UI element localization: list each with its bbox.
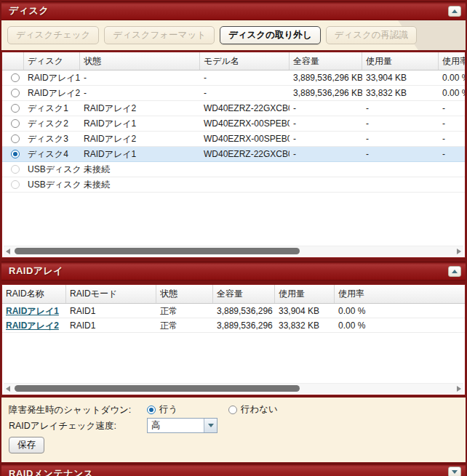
save-button[interactable]: 保存 bbox=[9, 437, 44, 453]
scroll-right-arrow-icon[interactable] bbox=[457, 386, 461, 392]
cell-used bbox=[362, 177, 439, 192]
table-row-disk1[interactable]: ディスク1 RAIDアレイ2 WD40EZRZ-22GXCB0 - - - bbox=[2, 101, 465, 116]
cell-total: 3,889,536,296 KB bbox=[290, 70, 362, 85]
table-row-disk2[interactable]: ディスク2 RAIDアレイ1 WD40EZRX-00SPEB0 - - - bbox=[2, 116, 465, 132]
scroll-left-arrow-icon[interactable] bbox=[6, 249, 10, 254]
disk-check-button: ディスクチェック bbox=[7, 26, 99, 44]
raid-section-title: RAIDアレイ bbox=[9, 265, 63, 278]
disk-section-header: ディスク bbox=[1, 1, 466, 20]
radio-unchecked[interactable] bbox=[228, 406, 237, 414]
maintenance-expand-button[interactable] bbox=[448, 467, 461, 476]
cell-status: - bbox=[80, 86, 200, 100]
raid-maintenance-title: RAIDメンテナンス bbox=[9, 467, 94, 476]
cell-used bbox=[362, 162, 439, 177]
disk-management-page: ディスク ディスクチェック ディスクフォーマット ディスクの取り外し ディスクの… bbox=[0, 0, 467, 476]
shutdown-option-no[interactable]: 行わない bbox=[228, 403, 278, 416]
cell-total bbox=[290, 162, 362, 177]
horizontal-scrollbar[interactable] bbox=[4, 246, 463, 256]
cell-model bbox=[200, 177, 290, 192]
column-header-raid-total: 全容量 bbox=[213, 285, 275, 303]
table-row-raid-array1[interactable]: RAIDアレイ1 - - 3,889,536,296 KB 33,904 KB … bbox=[2, 70, 465, 86]
disk-remove-button[interactable]: ディスクの取り外し bbox=[220, 26, 321, 44]
radio-column-header bbox=[2, 52, 24, 70]
cell-total: - bbox=[290, 101, 362, 116]
radio-checked[interactable] bbox=[147, 406, 156, 414]
row-radio-disabled bbox=[11, 165, 20, 174]
scrollbar-thumb[interactable] bbox=[15, 248, 300, 254]
option-label: 行わない bbox=[241, 403, 278, 416]
scroll-left-arrow-icon[interactable] bbox=[6, 386, 10, 392]
disk-toolbar: ディスクチェック ディスクフォーマット ディスクの取り外し ディスクの再認識 bbox=[1, 20, 466, 50]
column-header-usage: 使用率 bbox=[439, 52, 465, 70]
cell-raid-total: 3,889,536,296 KB bbox=[213, 304, 275, 318]
table-row-disk4-selected[interactable]: ディスク4 RAIDアレイ1 WD40EZRZ-22GXCB0 - - - bbox=[2, 147, 465, 162]
disk-table-panel: ディスク 状態 モデル名 全容量 使用量 使用率 RAIDアレイ1 - - 3,… bbox=[1, 52, 466, 258]
row-radio[interactable] bbox=[11, 119, 20, 128]
raid-table-row1: RAIDアレイ1 RAID1 正常 3,889,536,296 KB 33,90… bbox=[2, 304, 465, 318]
disk-rescan-button: ディスクの再認識 bbox=[326, 26, 417, 44]
cell-disk: ディスク4 bbox=[24, 147, 80, 161]
scroll-right-arrow-icon[interactable] bbox=[457, 249, 461, 254]
raid-array1-link[interactable]: RAIDアレイ1 bbox=[6, 306, 59, 316]
cell-model: - bbox=[200, 70, 290, 85]
cell-status: RAIDアレイ2 bbox=[80, 101, 200, 116]
cell-status: 未接続 bbox=[80, 177, 200, 192]
cell-model: - bbox=[200, 86, 290, 100]
table-row-usb-disk2: USBディスク2 未接続 bbox=[2, 177, 465, 193]
cell-disk: ディスク3 bbox=[24, 132, 80, 146]
table-row-disk3[interactable]: ディスク3 RAIDアレイ2 WD40EZRX-00SPEB0 - - - bbox=[2, 132, 465, 147]
shutdown-on-failure-label: 障害発生時のシャットダウン: bbox=[9, 404, 131, 416]
cell-total: - bbox=[290, 132, 362, 146]
chevron-up-icon bbox=[452, 9, 458, 13]
cell-used: 33,904 KB bbox=[362, 70, 439, 85]
cell-raid-usage: 0.00 % bbox=[335, 304, 465, 318]
cell-status: RAIDアレイ2 bbox=[80, 132, 200, 146]
cell-disk: ディスク2 bbox=[24, 116, 80, 131]
chevron-down-icon bbox=[452, 470, 458, 474]
cell-usage bbox=[439, 177, 465, 192]
cell-used: - bbox=[362, 147, 439, 161]
scrollbar-thumb[interactable] bbox=[15, 385, 300, 392]
row-radio[interactable] bbox=[11, 73, 20, 82]
column-header-disk: ディスク bbox=[24, 52, 80, 70]
column-header-used: 使用量 bbox=[362, 52, 439, 70]
cell-total: - bbox=[290, 147, 362, 161]
cell-raid-status: 正常 bbox=[156, 304, 213, 318]
cell-raid-mode: RAID1 bbox=[66, 318, 156, 332]
table-row-raid-array2[interactable]: RAIDアレイ2 - - 3,889,536,296 KB 33,832 KB … bbox=[2, 86, 465, 101]
cell-disk: RAIDアレイ2 bbox=[24, 86, 80, 100]
chevron-down-icon bbox=[208, 424, 214, 427]
cell-used: 33,832 KB bbox=[362, 86, 439, 100]
raid-settings-panel: 障害発生時のシャットダウン: 行う 行わない RAIDアレイチェック速度: 高 … bbox=[1, 398, 466, 462]
raid-table-header-row: RAID名称 RAIDモード 状態 全容量 使用量 使用率 bbox=[2, 285, 465, 304]
horizontal-scrollbar[interactable] bbox=[4, 383, 463, 393]
cell-model: WD40EZRX-00SPEB0 bbox=[200, 116, 290, 131]
shutdown-option-yes[interactable]: 行う bbox=[147, 403, 177, 416]
column-header-raid-mode: RAIDモード bbox=[66, 285, 156, 303]
disk-section-title: ディスク bbox=[9, 4, 49, 17]
column-header-status: 状態 bbox=[80, 52, 200, 70]
disk-table-header-row: ディスク 状態 モデル名 全容量 使用量 使用率 bbox=[2, 52, 465, 70]
cell-status: - bbox=[80, 70, 200, 85]
raid-check-speed-select[interactable]: 高 bbox=[147, 418, 217, 433]
cell-raid-total: 3,889,536,296 KB bbox=[213, 318, 275, 332]
cell-raid-usage: 0.00 % bbox=[335, 318, 465, 332]
row-radio[interactable] bbox=[11, 104, 20, 113]
row-radio[interactable] bbox=[11, 134, 20, 143]
cell-raid-used: 33,832 KB bbox=[275, 318, 335, 332]
cell-disk: USBディスク2 bbox=[24, 177, 80, 192]
raid-collapse-button[interactable] bbox=[448, 266, 461, 277]
raid-array2-link[interactable]: RAIDアレイ2 bbox=[6, 320, 59, 331]
column-header-raid-usage: 使用率 bbox=[335, 285, 465, 303]
cell-usage: 0.00 % bbox=[439, 86, 465, 100]
select-arrow-button[interactable] bbox=[204, 419, 217, 432]
row-radio[interactable] bbox=[11, 89, 20, 97]
cell-status: 未接続 bbox=[80, 162, 200, 177]
cell-total: 3,889,536,296 KB bbox=[290, 86, 362, 100]
cell-usage: - bbox=[439, 132, 465, 146]
disk-collapse-button[interactable] bbox=[448, 6, 461, 17]
raid-check-speed-label: RAIDアレイチェック速度: bbox=[9, 420, 116, 432]
column-header-model: モデル名 bbox=[200, 52, 290, 70]
disk-format-button: ディスクフォーマット bbox=[104, 26, 215, 44]
row-radio-checked[interactable] bbox=[11, 150, 20, 158]
